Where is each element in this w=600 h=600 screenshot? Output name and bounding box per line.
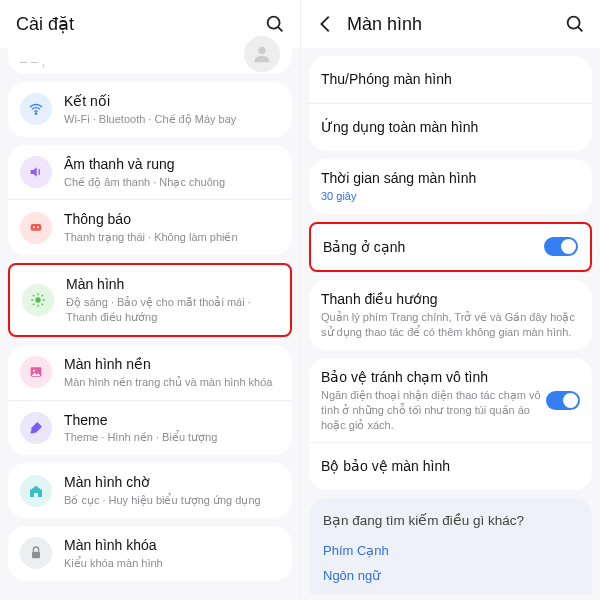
display-list: Thu/Phóng màn hìnhỨng dụng toàn màn hình…	[301, 56, 600, 490]
display-row[interactable]: Bộ bảo vệ màn hình	[309, 442, 592, 490]
row-subtitle: Độ sáng · Bảo vệ cho mắt thoải mái · Tha…	[66, 295, 278, 325]
svg-line-14	[33, 304, 34, 305]
sun-icon	[22, 284, 54, 316]
svg-point-17	[33, 370, 35, 372]
row-subtitle: Quản lý phím Trang chính, Trở về và Gần …	[321, 310, 580, 340]
settings-row-sound[interactable]: Âm thanh và rungChế độ âm thanh · Nhạc c…	[8, 145, 292, 200]
svg-rect-4	[31, 224, 42, 231]
svg-point-3	[35, 113, 36, 114]
svg-rect-18	[31, 431, 34, 433]
display-row[interactable]: Ứng dụng toàn màn hình	[309, 103, 592, 151]
settings-row-image[interactable]: Màn hình nềnMàn hình nền trang chủ và mà…	[8, 345, 292, 400]
suggestions-block: Bạn đang tìm kiếm điều gì khác? Phím Cạn…	[309, 498, 592, 594]
display-row[interactable]: Thanh điều hướngQuản lý phím Trang chính…	[309, 280, 592, 350]
display-row[interactable]: Thời gian sáng màn hình30 giây	[309, 159, 592, 214]
row-title: Màn hình khóa	[64, 536, 280, 555]
row-title: Thu/Phóng màn hình	[321, 66, 580, 93]
row-title: Màn hình nền	[64, 355, 280, 374]
row-subtitle: Thanh trạng thái · Không làm phiền	[64, 230, 280, 245]
row-subtitle: Kiểu khóa màn hình	[64, 556, 280, 571]
svg-point-7	[35, 297, 40, 302]
svg-rect-19	[32, 552, 40, 559]
row-title: Ứng dụng toàn màn hình	[321, 114, 580, 141]
toggle-switch[interactable]	[546, 391, 580, 410]
settings-row-home[interactable]: Màn hình chờBố cục · Huy hiệu biểu tượng…	[8, 463, 292, 518]
settings-row-brush[interactable]: ThemeTheme · Hình nền · Biểu tượng	[8, 400, 292, 456]
page-title: Màn hình	[337, 14, 564, 35]
avatar-icon	[244, 36, 280, 72]
svg-point-2	[258, 47, 265, 54]
svg-point-0	[268, 17, 280, 29]
sound-icon	[20, 156, 52, 188]
suggestions-title: Bạn đang tìm kiếm điều gì khác?	[323, 512, 578, 528]
image-icon	[20, 356, 52, 388]
settings-list: Kết nốiWi-Fi · Bluetooth · Chế độ Máy ba…	[0, 82, 300, 581]
home-icon	[20, 475, 52, 507]
row-subtitle: Chế độ âm thanh · Nhạc chuông	[64, 175, 280, 190]
svg-line-15	[42, 295, 43, 296]
row-subtitle: Wi-Fi · Bluetooth · Chế độ Máy bay	[64, 112, 280, 127]
row-subtitle: Theme · Hình nền · Biểu tượng	[64, 430, 280, 445]
toggle-switch[interactable]	[544, 237, 578, 256]
brush-icon	[20, 412, 52, 444]
search-icon[interactable]	[564, 13, 586, 35]
row-subtitle: Màn hình nền trang chủ và màn hình khóa	[64, 375, 280, 390]
svg-point-6	[37, 226, 39, 228]
row-subtitle: 30 giây	[321, 189, 580, 204]
back-icon[interactable]	[315, 13, 337, 35]
settings-row-bell[interactable]: Thông báoThanh trạng thái · Không làm ph…	[8, 199, 292, 255]
settings-row-wifi[interactable]: Kết nốiWi-Fi · Bluetooth · Chế độ Máy ba…	[8, 82, 292, 137]
svg-line-21	[578, 27, 582, 31]
settings-pane: Cài đặt – – , Kết nốiWi-Fi · Bluetooth ·…	[0, 0, 300, 600]
svg-point-5	[33, 226, 35, 228]
header-right: Màn hình	[301, 0, 600, 48]
row-title: Bộ bảo vệ màn hình	[321, 453, 580, 480]
display-row[interactable]: Bảo vệ tránh chạm vô tìnhNgăn điện thoại…	[309, 358, 592, 442]
row-title: Thời gian sáng màn hình	[321, 169, 580, 188]
row-title: Bảng ở cạnh	[323, 234, 544, 261]
svg-point-20	[568, 17, 580, 29]
row-title: Màn hình	[66, 275, 278, 294]
row-title: Thông báo	[64, 210, 280, 229]
search-icon[interactable]	[264, 13, 286, 35]
row-subtitle: Bố cục · Huy hiệu biểu tượng ứng dụng	[64, 493, 280, 508]
row-title: Âm thanh và rung	[64, 155, 280, 174]
row-title: Kết nối	[64, 92, 280, 111]
svg-line-12	[33, 295, 34, 296]
row-title: Theme	[64, 411, 280, 430]
suggestion-link[interactable]: Ngôn ngữ	[323, 563, 578, 588]
page-title: Cài đặt	[14, 13, 264, 35]
display-pane: Màn hình Thu/Phóng màn hìnhỨng dụng toàn…	[300, 0, 600, 600]
lock-icon	[20, 537, 52, 569]
suggestion-link[interactable]: Phím Cạnh	[323, 538, 578, 563]
bell-icon	[20, 212, 52, 244]
display-row[interactable]: Bảng ở cạnh	[311, 224, 590, 271]
row-title: Màn hình chờ	[64, 473, 280, 492]
display-row[interactable]: Thu/Phóng màn hình	[309, 56, 592, 103]
row-title: Thanh điều hướng	[321, 290, 580, 309]
svg-line-13	[42, 304, 43, 305]
settings-row-lock[interactable]: Màn hình khóaKiểu khóa màn hình	[8, 526, 292, 581]
row-subtitle: Ngăn điện thoại nhận diện thao tác chạm …	[321, 388, 546, 433]
settings-row-sun[interactable]: Màn hìnhĐộ sáng · Bảo vệ cho mắt thoải m…	[12, 267, 288, 333]
cutoff-row: – – ,	[8, 48, 292, 74]
row-title: Bảo vệ tránh chạm vô tình	[321, 368, 546, 387]
wifi-icon	[20, 93, 52, 125]
svg-line-1	[278, 27, 282, 31]
